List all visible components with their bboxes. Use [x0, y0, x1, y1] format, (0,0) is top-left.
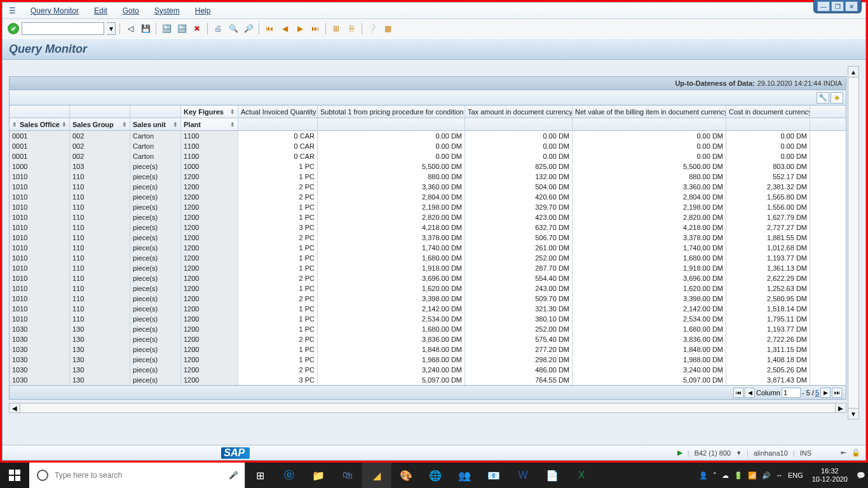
sort-icon[interactable]: ⇕: [173, 121, 178, 128]
table-row[interactable]: 0001002Carton11000 CAR0.00 DM0.00 DM0.00…: [10, 151, 846, 161]
table-row[interactable]: 1010110piece(s)12001 PC1,680.00 DM252.00…: [10, 253, 846, 263]
find-icon[interactable]: 🔍: [227, 22, 240, 35]
menu-query-monitor[interactable]: Query Monitor: [23, 3, 86, 18]
volume-icon[interactable]: 🔊: [762, 471, 771, 480]
close-button[interactable]: ✕: [845, 1, 858, 11]
store-icon[interactable]: 🛍: [333, 463, 362, 488]
menu-goto[interactable]: Goto: [115, 3, 147, 18]
table-row[interactable]: 1000103piece(s)10001 PC5,500.00 DM825.00…: [10, 161, 846, 172]
app-menu-icon[interactable]: ☰: [6, 5, 18, 17]
taskbar-search[interactable]: Type here to search 🎤: [29, 463, 245, 488]
restore-button[interactable]: ❐: [831, 1, 844, 11]
people-icon[interactable]: 👤: [699, 471, 708, 480]
table-row[interactable]: 1030130piece(s)12002 PC3,240.00 DM486.00…: [10, 365, 846, 375]
table-row[interactable]: 1010110piece(s)12002 PC3,398.00 DM509.70…: [10, 294, 846, 304]
bluetooth-icon[interactable]: ↔: [776, 471, 783, 479]
col-sales-office[interactable]: ⇕Sales Office⇕: [10, 118, 70, 130]
col-plant[interactable]: Plant⇕: [181, 118, 238, 130]
minimize-button[interactable]: —: [817, 1, 830, 11]
table-row[interactable]: 0001002Carton11000 CAR0.00 DM0.00 DM0.00…: [10, 131, 846, 141]
first-column-button[interactable]: ⏮: [733, 388, 743, 398]
last-column-button[interactable]: ⏭: [832, 388, 842, 398]
new-session-icon[interactable]: ⊞: [330, 22, 342, 35]
menu-help[interactable]: Help: [187, 3, 219, 18]
table-row[interactable]: 1030130piece(s)12003 PC5,097.00 DM764.55…: [10, 375, 846, 385]
next-column-button[interactable]: ▶: [820, 388, 831, 398]
table-row[interactable]: 1010110piece(s)12001 PC1,740.00 DM261.00…: [10, 243, 846, 253]
command-field[interactable]: [22, 22, 104, 35]
table-row[interactable]: 1030130piece(s)12001 PC1,680.00 DM252.00…: [10, 324, 846, 334]
table-row[interactable]: 1010110piece(s)12001 PC2,198.00 DM329.70…: [10, 202, 846, 212]
last-page-icon[interactable]: ⏭: [309, 22, 322, 35]
col-tax-amount[interactable]: Tax amount in document currency: [465, 105, 573, 118]
table-row[interactable]: 1010110piece(s)12001 PC880.00 DM132.00 D…: [10, 172, 846, 182]
table-row[interactable]: 1010110piece(s)12001 PC2,534.00 DM380.10…: [10, 314, 846, 324]
find-next-icon[interactable]: 🔎: [242, 22, 255, 35]
help-icon[interactable]: ❔: [366, 22, 379, 35]
vertical-scrollbar[interactable]: ▲ ▼: [848, 66, 859, 419]
teams-icon[interactable]: 👥: [450, 463, 479, 488]
command-dropdown[interactable]: ▾: [107, 22, 116, 35]
sap-icon[interactable]: ◢: [362, 463, 391, 488]
notepad-icon[interactable]: 📄: [538, 463, 567, 488]
pagination-input[interactable]: [782, 388, 801, 398]
scroll-left-icon[interactable]: ◀: [9, 403, 20, 413]
sort-icon[interactable]: ⇕: [62, 121, 67, 128]
next-page-icon[interactable]: ▶: [294, 22, 306, 35]
sort-icon[interactable]: ⇕: [230, 121, 235, 128]
cancel-icon[interactable]: ✖: [191, 22, 203, 35]
save-icon[interactable]: 💾: [139, 22, 152, 35]
table-row[interactable]: 1010110piece(s)12002 PC2,804.00 DM420.60…: [10, 192, 846, 202]
table-row[interactable]: 0001002Carton11000 CAR0.00 DM0.00 DM0.00…: [10, 141, 846, 151]
col-subtotal-1[interactable]: Subtotal 1 from pricing procedure for co…: [318, 105, 465, 118]
table-row[interactable]: 1010110piece(s)12001 PC2,142.00 DM321.30…: [10, 304, 846, 314]
col-sales-group[interactable]: Sales Group⇕: [70, 118, 130, 130]
word-icon[interactable]: W: [508, 463, 538, 488]
explorer-icon[interactable]: 📁: [304, 463, 333, 488]
col-sales-unit[interactable]: Sales unit⇕: [130, 118, 181, 130]
sort-icon[interactable]: ⇕: [122, 121, 127, 128]
start-button[interactable]: [0, 463, 29, 488]
settings-icon[interactable]: 🔧: [817, 92, 829, 104]
taskbar-clock[interactable]: 16:3210-12-2020: [808, 467, 851, 484]
paint-icon[interactable]: 🎨: [391, 463, 421, 488]
task-view-icon[interactable]: ⊞: [245, 463, 275, 488]
scroll-down-icon[interactable]: ▼: [848, 408, 859, 419]
back-arrow-icon[interactable]: ◁: [124, 22, 137, 35]
table-row[interactable]: 1010110piece(s)12002 PC3,696.00 DM554.40…: [10, 273, 846, 283]
menu-edit[interactable]: Edit: [86, 3, 115, 18]
table-row[interactable]: 1030130piece(s)12001 PC1,848.00 DM277.20…: [10, 344, 846, 355]
tag-icon[interactable]: ◈: [831, 92, 843, 104]
table-row[interactable]: 1010110piece(s)12002 PC3,360.00 DM504.00…: [10, 182, 846, 192]
chrome-icon[interactable]: 🌐: [421, 463, 450, 488]
sort-icon[interactable]: ⇕: [230, 109, 235, 115]
onedrive-icon[interactable]: ☁: [722, 471, 729, 480]
wifi-icon[interactable]: 📶: [748, 471, 757, 480]
exit-icon[interactable]: 🔚: [175, 22, 188, 35]
scroll-right-icon[interactable]: ▶: [835, 403, 846, 413]
table-row[interactable]: 1010110piece(s)12001 PC2,820.00 DM423.00…: [10, 212, 846, 222]
lang-indicator[interactable]: ENG: [788, 471, 803, 479]
table-row[interactable]: 1030130piece(s)12001 PC1,988.00 DM298.20…: [10, 355, 846, 365]
horizontal-scrollbar[interactable]: ◀ ▶: [9, 402, 846, 414]
mic-icon[interactable]: 🎤: [229, 471, 238, 480]
menu-system[interactable]: System: [147, 3, 187, 18]
prev-page-icon[interactable]: ◀: [278, 22, 291, 35]
col-actual-invoiced-qty[interactable]: Actual Invoiced Quantity: [238, 105, 318, 118]
table-row[interactable]: 1010110piece(s)12001 PC1,918.00 DM287.70…: [10, 263, 846, 273]
col-cost[interactable]: Cost in document currency: [726, 105, 810, 118]
outlook-icon[interactable]: 📧: [479, 463, 508, 488]
status-expand-icon[interactable]: ⇤: [841, 449, 846, 457]
table-row[interactable]: 1010110piece(s)12001 PC1,620.00 DM243.00…: [10, 283, 846, 294]
first-page-icon[interactable]: ⏮: [263, 22, 276, 35]
notifications-icon[interactable]: 💬: [857, 471, 865, 480]
layout-icon[interactable]: ▦: [381, 22, 394, 35]
battery-icon[interactable]: 🔋: [734, 471, 743, 480]
edge-icon[interactable]: ⓔ: [275, 463, 304, 488]
enter-icon[interactable]: ✔: [8, 23, 19, 34]
shortcut-icon[interactable]: ⎘: [345, 22, 358, 35]
table-row[interactable]: 1010110piece(s)12002 PC3,378.00 DM506.70…: [10, 233, 846, 243]
prev-column-button[interactable]: ◀: [745, 388, 755, 398]
table-row[interactable]: 1030130piece(s)12002 PC3,836.00 DM575.40…: [10, 334, 846, 344]
back-icon[interactable]: 🔙: [160, 22, 173, 35]
